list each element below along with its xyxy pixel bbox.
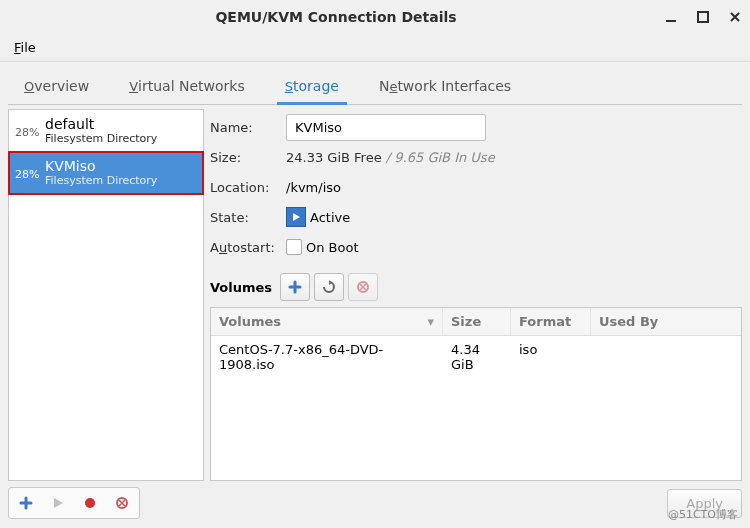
autostart-checkbox[interactable] [286, 239, 302, 255]
tab-storage[interactable]: Storage [281, 70, 343, 104]
maximize-button[interactable] [696, 10, 710, 24]
menubar: File [0, 34, 750, 62]
col-size[interactable]: Size [443, 308, 511, 335]
volumes-label: Volumes [210, 280, 272, 295]
svg-rect-0 [666, 20, 676, 22]
refresh-volume-button[interactable] [314, 273, 344, 301]
sort-arrow-icon: ▾ [427, 314, 434, 329]
autostart-label: Autostart: [210, 240, 286, 255]
svg-rect-1 [698, 12, 708, 22]
pool-name: KVMiso [45, 158, 197, 174]
tab-overview[interactable]: Overview [20, 70, 93, 104]
state-value: Active [310, 210, 350, 225]
name-input[interactable] [286, 114, 486, 141]
storage-pool-list: 28% default Filesystem Directory 28% KVM… [8, 109, 204, 481]
apply-button[interactable]: Apply [667, 489, 742, 518]
play-icon [286, 207, 306, 227]
svg-point-3 [85, 498, 95, 508]
location-label: Location: [210, 180, 286, 195]
volume-name: CentOS-7.7-x86_64-DVD-1908.iso [211, 336, 443, 378]
add-pool-button[interactable] [12, 491, 40, 515]
delete-pool-button[interactable] [108, 491, 136, 515]
titlebar: QEMU/KVM Connection Details [0, 0, 750, 34]
delete-volume-button[interactable] [348, 273, 378, 301]
pool-item-kvmiso[interactable]: 28% KVMiso Filesystem Directory [9, 152, 203, 194]
size-label: Size: [210, 150, 286, 165]
autostart-value: On Boot [306, 240, 359, 255]
tab-bar: Overview Virtual Networks Storage Networ… [8, 70, 742, 105]
col-format[interactable]: Format [511, 308, 591, 335]
start-pool-button[interactable] [44, 491, 72, 515]
window-controls [664, 10, 742, 24]
window-title: QEMU/KVM Connection Details [8, 9, 664, 25]
menu-file[interactable]: File [8, 38, 42, 57]
close-button[interactable] [728, 10, 742, 24]
pool-percent: 28% [15, 158, 45, 187]
location-value: /kvm/iso [286, 180, 341, 195]
size-value: 24.33 GiB Free / 9.65 GiB In Use [286, 150, 495, 165]
name-label: Name: [210, 120, 286, 135]
pool-item-default[interactable]: 28% default Filesystem Directory [9, 110, 203, 152]
pool-toolbar [8, 487, 140, 519]
tab-virtual-networks[interactable]: Virtual Networks [125, 70, 249, 104]
pool-type: Filesystem Directory [45, 174, 197, 187]
add-volume-button[interactable] [280, 273, 310, 301]
table-row[interactable]: CentOS-7.7-x86_64-DVD-1908.iso 4.34 GiB … [211, 336, 741, 378]
state-label: State: [210, 210, 286, 225]
tab-network-interfaces[interactable]: Network Interfaces [375, 70, 515, 104]
minimize-button[interactable] [664, 10, 678, 24]
stop-pool-button[interactable] [76, 491, 104, 515]
volume-size: 4.34 GiB [443, 336, 511, 378]
col-usedby[interactable]: Used By [591, 308, 741, 335]
storage-details: Name: Size: 24.33 GiB Free / 9.65 GiB In… [210, 109, 742, 481]
pool-name: default [45, 116, 197, 132]
volume-format: iso [511, 336, 591, 378]
pool-type: Filesystem Directory [45, 132, 197, 145]
pool-percent: 28% [15, 116, 45, 145]
col-volumes[interactable]: Volumes▾ [211, 308, 443, 335]
table-header: Volumes▾ Size Format Used By [211, 308, 741, 336]
volumes-table: Volumes▾ Size Format Used By CentOS-7.7-… [210, 307, 742, 481]
volume-usedby [591, 336, 741, 378]
